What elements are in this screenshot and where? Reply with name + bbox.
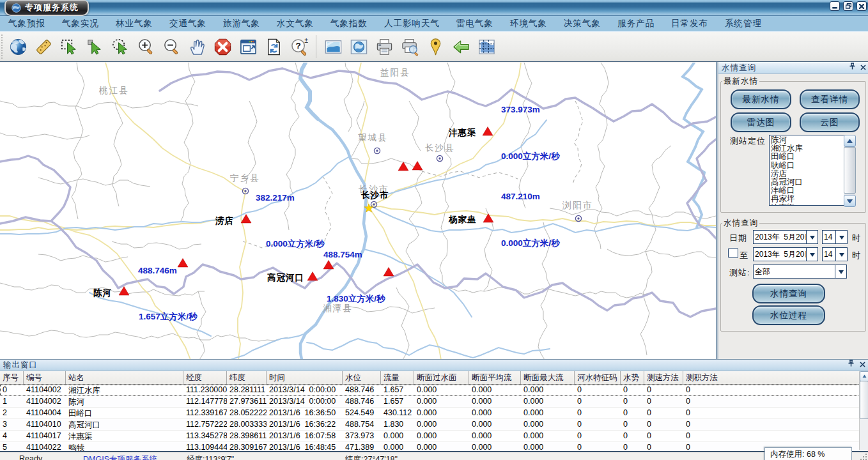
grid-header-14[interactable]: 测积方法 [683,371,860,384]
grid-header-3[interactable]: 经度 [183,371,227,384]
grid-row-3[interactable]: 341104010高冠河口112.75722228.0033332013/1/6… [0,419,860,431]
grid-header-0[interactable]: 序号 [0,371,24,384]
zoom-out-button[interactable] [159,34,184,59]
output-pin-icon[interactable] [848,360,855,369]
to-date-combo-dropdown-icon[interactable] [806,248,818,261]
grid-row-1[interactable]: 141104002陈河112.14777827.9736112013/3/14 … [0,396,860,408]
to-date-combo[interactable]: 2013年 5月20日 [753,247,818,261]
close-panel-icon[interactable] [860,63,866,72]
grid-row-4[interactable]: 441104017沣惠渠113.34527828.3986112013/1/6 … [0,431,860,442]
station-combo-dropdown-icon[interactable] [835,265,846,278]
menu-item-3[interactable]: 交通气象 [161,18,215,29]
map-image-button[interactable] [346,34,371,59]
grid-row-2[interactable]: 241104004田峪口112.33916728.0522222013/1/6 … [0,408,860,419]
date-combo-dropdown-icon[interactable] [806,231,818,243]
water-level-process-button[interactable]: 水位过程 [752,305,825,325]
grid-header-12[interactable]: 水势 [621,371,644,384]
date-combo[interactable]: 2013年 5月20日 [753,230,818,244]
map-canvas[interactable]: 益阳县桃江县望城县长沙县宁乡县浏阳市湘潭县长沙市涝店陈河高冠河口沣惠渠杨家蛊长沙… [0,63,716,360]
grid-row-5[interactable]: 541104022鸣犊113.10944428.3091672013/1/6 1… [0,442,860,451]
station-listbox[interactable]: 陈河湘江水库田峪口耿峪口涝店高冠河口沣峪口冉家坪沣惠渠 [769,135,845,206]
map-grid-button[interactable] [474,34,499,59]
grid-header-7[interactable]: 流量 [381,371,414,384]
grid-header-8[interactable]: 断面过水面 [414,371,469,384]
grid-header-2[interactable]: 站名 [66,371,183,384]
latest-water-button[interactable]: 最新水情 [731,89,791,109]
scroll-up-button[interactable] [844,135,856,147]
back-arrow-button[interactable] [448,34,474,59]
pan-hand-button[interactable] [184,34,210,59]
station-list-item-3[interactable]: 耿峪口 [771,162,844,170]
menu-item-9[interactable]: 环境气象 [502,18,555,29]
menu-item-12[interactable]: 日常发布 [663,18,717,29]
station-combo[interactable]: 全部 [753,264,847,279]
station-list-item-8[interactable]: 沣惠渠 [771,204,844,206]
to-hour-combo-dropdown-icon[interactable] [835,248,847,261]
grid-scroll-thumb[interactable] [860,381,868,419]
station-marker[interactable] [241,215,251,224]
menu-item-13[interactable]: 系统管理 [717,18,770,29]
grid-header-1[interactable]: 编号 [24,371,66,384]
hour-combo-dropdown-icon[interactable] [835,231,847,243]
print-preview-button[interactable] [397,34,422,59]
pin-icon[interactable] [849,63,856,72]
to-hour-combo[interactable]: 14 [822,247,848,261]
export-image-button[interactable] [320,34,346,59]
station-marker[interactable] [384,268,394,277]
identify-button[interactable]: ?± [286,34,312,59]
menu-item-11[interactable]: 服务产品 [609,18,663,29]
grid-header-6[interactable]: 水位 [343,371,381,384]
measure-button[interactable] [31,34,56,59]
grid-header-13[interactable]: 测速方法 [644,371,683,384]
grid-vscrollbar[interactable] [859,371,868,450]
status-app-link[interactable]: DMGIS专项服务系统 [83,454,157,460]
menu-item-1[interactable]: 气象实况 [54,18,107,29]
station-marker[interactable] [412,162,422,171]
select-arrow-button[interactable] [82,34,107,59]
restore-button[interactable] [843,1,853,11]
minimize-button[interactable] [830,1,840,11]
radar-chart-button[interactable]: 雷达图 [731,112,791,132]
station-marker[interactable] [483,127,493,136]
refresh-page-button[interactable] [261,34,286,59]
menu-item-0[interactable]: 气象预报 [0,18,54,29]
grid-header-5[interactable]: 时间 [267,371,343,384]
scroll-down-button[interactable] [844,195,856,207]
grid-header-9[interactable]: 断面平均流 [469,371,521,384]
close-button[interactable] [856,1,867,11]
hour-combo[interactable]: 14 [822,230,848,244]
resize-grip[interactable] [860,454,867,460]
station-listbox-scrollbar[interactable] [844,135,855,206]
locate-pin-button[interactable] [422,34,448,59]
grid-scroll-up-button[interactable] [860,371,868,381]
water-query-button[interactable]: 水情查询 [752,284,825,303]
menu-item-8[interactable]: 雷电气象 [448,18,502,29]
station-marker[interactable] [178,259,188,268]
view-details-button[interactable]: 查看详情 [800,89,860,109]
menu-item-2[interactable]: 林业气象 [107,18,161,29]
station-list-item-7[interactable]: 冉家坪 [771,195,844,203]
grid-header-11[interactable]: 河水特征码 [575,371,621,384]
menu-item-6[interactable]: 气象指数 [322,18,376,29]
print-button[interactable] [371,34,397,59]
menu-item-4[interactable]: 旅游气象 [215,18,268,29]
grid-row-0[interactable]: 041104002湘江水库111.23000028.2811112013/3/1… [0,385,860,396]
select-rectangle-button[interactable] [56,34,82,59]
zoom-in-button[interactable] [133,34,159,59]
scroll-thumb[interactable] [844,147,856,194]
grid-header-10[interactable]: 断面最大流 [521,371,575,384]
menu-item-5[interactable]: 水文气象 [268,18,322,29]
grid-header-4[interactable]: 纬度 [227,371,267,384]
menu-item-10[interactable]: 决策气象 [555,18,609,29]
select-circle-button[interactable] [107,34,133,59]
station-list-item-2[interactable]: 田峪口 [771,153,844,161]
to-checkbox[interactable] [728,248,738,258]
fit-window-button[interactable] [235,34,261,59]
station-marker[interactable] [323,261,334,270]
stop-button[interactable] [210,34,235,59]
globe-button[interactable] [5,34,31,59]
cloud-image-button[interactable]: 云图 [800,112,860,132]
output-close-icon[interactable] [860,360,865,369]
menu-item-7[interactable]: 人工影响天气 [376,18,448,29]
station-marker[interactable] [307,272,318,281]
